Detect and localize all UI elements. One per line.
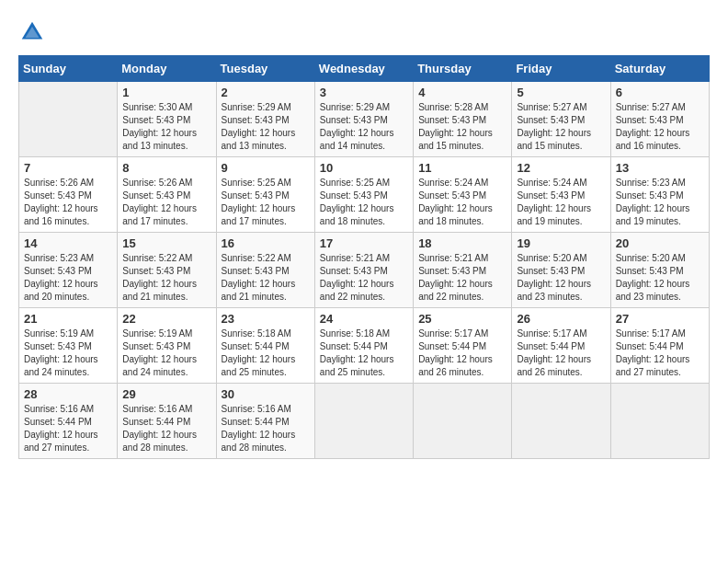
day-number: 3: [320, 86, 408, 99]
day-info: Sunrise: 5:20 AM Sunset: 5:43 PM Dayligh…: [517, 252, 605, 304]
day-info: Sunrise: 5:17 AM Sunset: 5:44 PM Dayligh…: [418, 327, 506, 379]
day-number: 18: [418, 236, 506, 250]
day-number: 16: [222, 236, 310, 250]
day-number: 29: [122, 387, 210, 401]
day-info: Sunrise: 5:21 AM Sunset: 5:43 PM Dayligh…: [418, 252, 506, 304]
day-cell: 28Sunrise: 5:16 AM Sunset: 5:44 PM Dayli…: [19, 384, 118, 459]
day-info: Sunrise: 5:25 AM Sunset: 5:43 PM Dayligh…: [320, 177, 408, 228]
day-cell: 22Sunrise: 5:19 AM Sunset: 5:43 PM Dayli…: [118, 308, 216, 384]
day-cell: 19Sunrise: 5:20 AM Sunset: 5:43 PM Dayli…: [512, 233, 610, 308]
day-info: Sunrise: 5:22 AM Sunset: 5:43 PM Dayligh…: [122, 252, 210, 304]
day-cell: 7Sunrise: 5:26 AM Sunset: 5:43 PM Daylig…: [19, 157, 118, 233]
day-number: 25: [418, 312, 506, 326]
week-row-1: 1Sunrise: 5:30 AM Sunset: 5:43 PM Daylig…: [19, 82, 710, 157]
day-cell: 23Sunrise: 5:18 AM Sunset: 5:44 PM Dayli…: [216, 308, 314, 384]
day-cell: 9Sunrise: 5:25 AM Sunset: 5:43 PM Daylig…: [216, 157, 314, 233]
day-cell: 27Sunrise: 5:17 AM Sunset: 5:44 PM Dayli…: [610, 308, 709, 384]
day-number: 11: [418, 161, 506, 175]
day-info: Sunrise: 5:27 AM Sunset: 5:43 PM Dayligh…: [616, 101, 704, 153]
day-info: Sunrise: 5:27 AM Sunset: 5:43 PM Dayligh…: [517, 101, 605, 153]
calendar-body: 1Sunrise: 5:30 AM Sunset: 5:43 PM Daylig…: [19, 82, 710, 459]
day-info: Sunrise: 5:28 AM Sunset: 5:43 PM Dayligh…: [418, 101, 506, 153]
day-info: Sunrise: 5:26 AM Sunset: 5:43 PM Dayligh…: [122, 177, 210, 228]
day-number: 22: [122, 312, 210, 326]
day-cell: 21Sunrise: 5:19 AM Sunset: 5:43 PM Dayli…: [19, 308, 118, 384]
day-cell: 12Sunrise: 5:24 AM Sunset: 5:43 PM Dayli…: [512, 157, 610, 233]
day-info: Sunrise: 5:23 AM Sunset: 5:43 PM Dayligh…: [24, 252, 112, 304]
header-cell-wednesday: Wednesday: [314, 56, 413, 82]
day-number: 26: [517, 312, 605, 326]
day-cell: 13Sunrise: 5:23 AM Sunset: 5:43 PM Dayli…: [610, 157, 709, 233]
day-info: Sunrise: 5:20 AM Sunset: 5:43 PM Dayligh…: [616, 252, 704, 304]
week-row-3: 14Sunrise: 5:23 AM Sunset: 5:43 PM Dayli…: [19, 233, 710, 308]
day-number: 15: [122, 236, 210, 250]
week-row-5: 28Sunrise: 5:16 AM Sunset: 5:44 PM Dayli…: [19, 384, 710, 459]
header-cell-monday: Monday: [118, 56, 216, 82]
day-number: 19: [517, 236, 605, 250]
header-cell-thursday: Thursday: [414, 56, 512, 82]
day-number: 20: [616, 236, 704, 250]
day-cell: 18Sunrise: 5:21 AM Sunset: 5:43 PM Dayli…: [414, 233, 512, 308]
day-info: Sunrise: 5:29 AM Sunset: 5:43 PM Dayligh…: [320, 101, 408, 153]
day-cell: [19, 82, 118, 157]
day-number: 14: [24, 236, 112, 250]
day-info: Sunrise: 5:29 AM Sunset: 5:43 PM Dayligh…: [222, 101, 310, 153]
day-info: Sunrise: 5:23 AM Sunset: 5:43 PM Dayligh…: [616, 177, 704, 228]
week-row-4: 21Sunrise: 5:19 AM Sunset: 5:43 PM Dayli…: [19, 308, 710, 384]
day-info: Sunrise: 5:16 AM Sunset: 5:44 PM Dayligh…: [222, 403, 310, 454]
day-cell: 1Sunrise: 5:30 AM Sunset: 5:43 PM Daylig…: [118, 82, 216, 157]
day-cell: 6Sunrise: 5:27 AM Sunset: 5:43 PM Daylig…: [610, 82, 709, 157]
day-number: 9: [222, 161, 310, 175]
day-info: Sunrise: 5:18 AM Sunset: 5:44 PM Dayligh…: [222, 327, 310, 379]
day-number: 10: [320, 161, 408, 175]
day-cell: 2Sunrise: 5:29 AM Sunset: 5:43 PM Daylig…: [216, 82, 314, 157]
day-info: Sunrise: 5:17 AM Sunset: 5:44 PM Dayligh…: [616, 327, 704, 379]
day-cell: 15Sunrise: 5:22 AM Sunset: 5:43 PM Dayli…: [118, 233, 216, 308]
day-info: Sunrise: 5:30 AM Sunset: 5:43 PM Dayligh…: [122, 101, 210, 153]
day-cell: 26Sunrise: 5:17 AM Sunset: 5:44 PM Dayli…: [512, 308, 610, 384]
day-cell: 25Sunrise: 5:17 AM Sunset: 5:44 PM Dayli…: [414, 308, 512, 384]
header-cell-saturday: Saturday: [610, 56, 709, 82]
day-cell: 29Sunrise: 5:16 AM Sunset: 5:44 PM Dayli…: [118, 384, 216, 459]
day-number: 30: [222, 387, 310, 401]
logo: [18, 18, 50, 46]
logo-icon: [18, 18, 46, 46]
day-cell: 24Sunrise: 5:18 AM Sunset: 5:44 PM Dayli…: [314, 308, 413, 384]
day-cell: 20Sunrise: 5:20 AM Sunset: 5:43 PM Dayli…: [610, 233, 709, 308]
header-cell-tuesday: Tuesday: [216, 56, 314, 82]
day-info: Sunrise: 5:19 AM Sunset: 5:43 PM Dayligh…: [24, 327, 112, 379]
day-info: Sunrise: 5:22 AM Sunset: 5:43 PM Dayligh…: [222, 252, 310, 304]
day-info: Sunrise: 5:16 AM Sunset: 5:44 PM Dayligh…: [122, 403, 210, 454]
day-number: 4: [418, 86, 506, 99]
day-cell: [314, 384, 413, 459]
day-info: Sunrise: 5:26 AM Sunset: 5:43 PM Dayligh…: [24, 177, 112, 228]
day-cell: [512, 384, 610, 459]
day-cell: 30Sunrise: 5:16 AM Sunset: 5:44 PM Dayli…: [216, 384, 314, 459]
day-cell: 14Sunrise: 5:23 AM Sunset: 5:43 PM Dayli…: [19, 233, 118, 308]
day-number: 5: [517, 86, 605, 99]
day-info: Sunrise: 5:17 AM Sunset: 5:44 PM Dayligh…: [517, 327, 605, 379]
day-number: 7: [24, 161, 112, 175]
day-cell: 3Sunrise: 5:29 AM Sunset: 5:43 PM Daylig…: [314, 82, 413, 157]
day-info: Sunrise: 5:21 AM Sunset: 5:43 PM Dayligh…: [320, 252, 408, 304]
day-number: 8: [122, 161, 210, 175]
day-cell: 8Sunrise: 5:26 AM Sunset: 5:43 PM Daylig…: [118, 157, 216, 233]
day-number: 28: [24, 387, 112, 401]
day-info: Sunrise: 5:24 AM Sunset: 5:43 PM Dayligh…: [517, 177, 605, 228]
day-number: 12: [517, 161, 605, 175]
day-number: 27: [616, 312, 704, 326]
day-number: 21: [24, 312, 112, 326]
day-cell: 17Sunrise: 5:21 AM Sunset: 5:43 PM Dayli…: [314, 233, 413, 308]
day-info: Sunrise: 5:19 AM Sunset: 5:43 PM Dayligh…: [122, 327, 210, 379]
day-number: 2: [222, 86, 310, 99]
day-number: 23: [222, 312, 310, 326]
day-cell: 16Sunrise: 5:22 AM Sunset: 5:43 PM Dayli…: [216, 233, 314, 308]
day-cell: 5Sunrise: 5:27 AM Sunset: 5:43 PM Daylig…: [512, 82, 610, 157]
day-number: 1: [122, 86, 210, 99]
day-cell: 11Sunrise: 5:24 AM Sunset: 5:43 PM Dayli…: [414, 157, 512, 233]
calendar-header: SundayMondayTuesdayWednesdayThursdayFrid…: [19, 56, 710, 82]
day-cell: [610, 384, 709, 459]
day-info: Sunrise: 5:16 AM Sunset: 5:44 PM Dayligh…: [24, 403, 112, 454]
header: [18, 18, 710, 46]
day-cell: 10Sunrise: 5:25 AM Sunset: 5:43 PM Dayli…: [314, 157, 413, 233]
